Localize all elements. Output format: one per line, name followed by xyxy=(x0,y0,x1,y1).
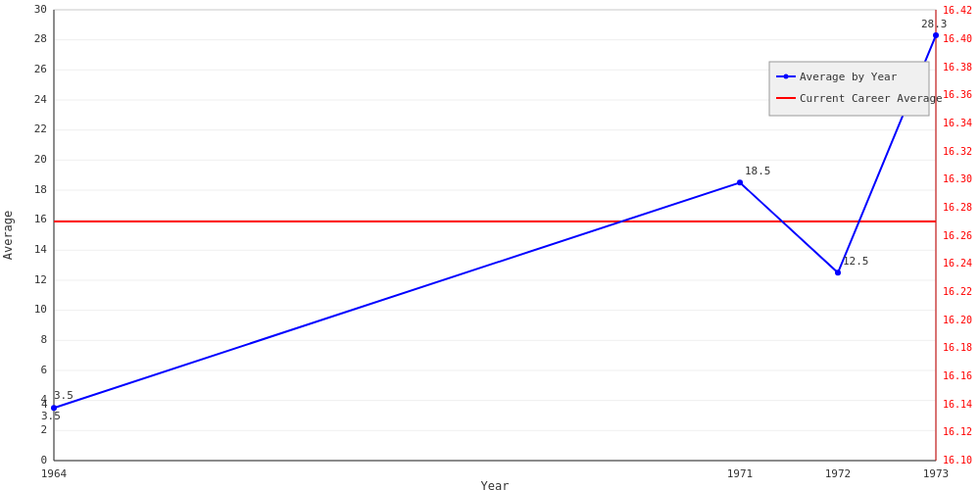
x-label-1972: 1972 xyxy=(825,467,852,480)
ry-label-15: 16.40 xyxy=(943,33,972,44)
ry-label-5: 16.20 xyxy=(943,315,972,325)
y-label-2: 2 xyxy=(40,423,47,436)
y-label-24: 24 xyxy=(34,93,48,106)
y-label-18: 18 xyxy=(34,183,47,196)
ry-label-8: 16.26 xyxy=(943,230,972,241)
legend-blue-dot xyxy=(784,74,789,79)
y-label-16: 16 xyxy=(34,213,47,225)
ry-label-2: 16.14 xyxy=(943,399,972,410)
x-axis-title: Year xyxy=(481,479,510,490)
y-label-10: 10 xyxy=(34,303,47,316)
ry-label-14: 16.38 xyxy=(943,62,972,73)
y-label-22: 22 xyxy=(34,122,47,135)
legend-career-label: Current Career Average xyxy=(800,92,943,105)
y-label-28: 28 xyxy=(34,32,47,45)
annotation-1964: 3.5 xyxy=(54,389,74,402)
data-point-1971 xyxy=(737,179,743,185)
y-label-0: 0 xyxy=(40,454,47,466)
ry-label-6: 16.22 xyxy=(943,286,972,297)
main-chart: 0 2 4 6 8 10 12 14 16 18 20 22 24 26 28 … xyxy=(0,0,980,490)
annotation-1973: 28.3 xyxy=(921,18,948,30)
y-axis-left-title: Average xyxy=(1,211,15,261)
annotation-1964-val: 3.5 xyxy=(41,410,61,422)
y-label-12: 12 xyxy=(34,273,47,286)
y-label-20: 20 xyxy=(34,153,47,166)
y-label-30: 30 xyxy=(34,3,47,16)
chart-container: 0 2 4 6 8 10 12 14 16 18 20 22 24 26 28 … xyxy=(0,0,980,490)
ry-label-13: 16.36 xyxy=(943,89,972,100)
ry-label-9: 16.28 xyxy=(943,202,972,213)
legend-avg-label: Average by Year xyxy=(800,71,898,83)
x-label-1964: 1964 xyxy=(41,467,68,480)
ry-label-7: 16.24 xyxy=(943,258,972,269)
ry-label-4: 16.18 xyxy=(943,342,972,353)
ry-label-3: 16.16 xyxy=(943,370,972,381)
ry-label-11: 16.32 xyxy=(943,146,972,157)
annotation-1971: 18.5 xyxy=(745,165,771,177)
ry-label-16: 16.42 xyxy=(943,5,972,16)
x-label-1971: 1971 xyxy=(727,467,754,480)
data-point-1973 xyxy=(933,32,939,38)
y-label-6: 6 xyxy=(40,364,47,376)
ry-label-10: 16.30 xyxy=(943,173,972,184)
annotation-1972: 12.5 xyxy=(843,255,869,268)
ry-label-0: 16.10 xyxy=(943,455,972,466)
y-label-26: 26 xyxy=(34,63,47,75)
y-label-14: 14 xyxy=(34,243,48,256)
y-label-8: 8 xyxy=(40,333,47,346)
ry-label-1: 16.12 xyxy=(943,426,972,437)
data-point-1972 xyxy=(835,270,841,275)
ry-label-12: 16.34 xyxy=(943,118,972,128)
x-label-1973: 1973 xyxy=(923,467,950,480)
